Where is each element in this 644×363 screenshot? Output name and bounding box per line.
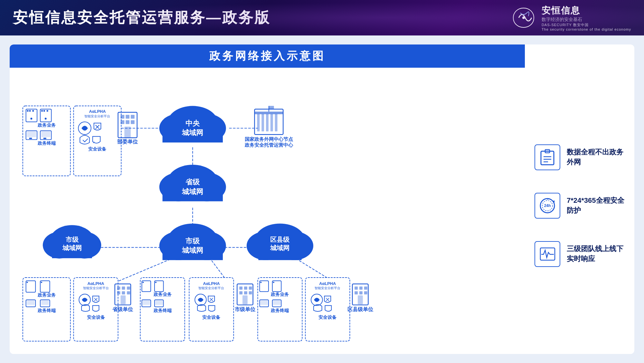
shi-building: 市级单位: [235, 284, 256, 312]
svg-text:城域网: 城域网: [182, 246, 203, 254]
svg-rect-51: [29, 138, 32, 139]
svg-point-0: [522, 16, 525, 19]
sidebar-item-team: 三级团队线上线下实时响应: [535, 241, 625, 267]
svg-text:安全设备: 安全设备: [87, 315, 105, 320]
svg-rect-135: [249, 287, 252, 290]
svg-text:城域网: 城域网: [182, 188, 203, 196]
svg-rect-165: [364, 291, 367, 294]
svg-rect-110: [122, 291, 125, 294]
svg-rect-65: [120, 115, 124, 119]
svg-text:城域网: 城域网: [182, 129, 203, 137]
svg-rect-94: [27, 300, 35, 305]
national-center-building: 国家政务外网中心节点 政务安全托管运营中心: [244, 106, 293, 148]
province-cloud: 省级 城域网: [159, 165, 226, 201]
svg-point-42: [30, 118, 32, 120]
svg-text:智能安全分析平台: 智能安全分析平台: [83, 286, 109, 290]
svg-text:智能安全分析平台: 智能安全分析平台: [315, 286, 340, 290]
svg-rect-148: [260, 300, 268, 305]
county-cloud: 区县级 城域网: [247, 223, 313, 260]
city-main-cloud: 市级 城域网: [159, 223, 226, 260]
clock-icon-box: 24h: [535, 193, 560, 219]
header: 安恒信息安全托管运营服务—政务版 安恒信息 数字经济的安全基石 DAS-SECU…: [0, 0, 644, 35]
svg-rect-166: [358, 295, 363, 304]
svg-rect-50: [27, 131, 36, 137]
svg-text:政务安全托管运营中心: 政务安全托管运营中心: [244, 142, 293, 148]
right-sidebar: 数据全程不出政务外网 24h 7*24*365全程安全防护: [525, 44, 634, 354]
svg-text:智能安全分析平台: 智能安全分析平台: [198, 286, 224, 290]
sidebar-text-team: 三级团队线上线下实时响应: [567, 244, 625, 264]
clipboard-icon-box: [535, 144, 560, 170]
sidebar-item-data-security: 数据全程不出政务外网: [535, 144, 625, 170]
svg-rect-41: [32, 110, 34, 112]
svg-text:政务业务: 政务业务: [37, 292, 56, 298]
svg-rect-145: [273, 282, 274, 283]
svg-text:安全设备: 安全设备: [202, 315, 221, 320]
svg-rect-46: [47, 110, 48, 112]
svg-rect-71: [124, 127, 131, 138]
svg-rect-163: [355, 291, 358, 294]
logo-name: 安恒信息: [542, 5, 631, 17]
qu-building: 区县级单位: [347, 284, 374, 312]
svg-rect-69: [126, 120, 129, 124]
svg-text:政务业务: 政务业务: [270, 292, 289, 297]
city-left-cloud: 市级 城域网: [43, 225, 101, 259]
svg-text:24h: 24h: [544, 203, 551, 208]
svg-rect-109: [117, 291, 120, 294]
network-diagram-svg: 中央 城域网 省级 城域网 市级: [16, 74, 518, 348]
diagram-area: 中央 城域网 省级 城域网 市级: [10, 68, 525, 354]
svg-rect-78: [275, 114, 278, 131]
svg-text:政务终端: 政务终端: [37, 308, 56, 313]
diagram-title: 政务网络接入示意图: [209, 49, 325, 64]
svg-rect-116: [142, 282, 144, 283]
svg-text:区县级单位: 区县级单位: [347, 307, 374, 312]
svg-rect-66: [126, 115, 129, 119]
svg-rect-107: [122, 287, 125, 290]
svg-text:省级单位: 省级单位: [112, 307, 133, 312]
svg-text:国家政务外网中心节点: 国家政务外网中心节点: [245, 136, 293, 142]
svg-rect-45: [43, 110, 45, 112]
svg-rect-81: [269, 106, 274, 109]
svg-rect-67: [131, 115, 135, 119]
svg-rect-161: [359, 287, 363, 290]
svg-text:政务终端: 政务终端: [37, 141, 56, 146]
logo-sub2: The security cornerstone of the digital …: [542, 27, 631, 31]
svg-rect-150: [273, 300, 281, 305]
logo-text: 安恒信息 数字经济的安全基石 DAS-SECURITY 数安中国 The sec…: [542, 5, 631, 31]
svg-text:AαLPHA: AαLPHA: [89, 109, 106, 114]
svg-rect-138: [249, 291, 252, 294]
svg-rect-123: [155, 300, 163, 305]
svg-rect-96: [41, 300, 49, 305]
svg-rect-143: [260, 282, 261, 283]
svg-text:市级单位: 市级单位: [235, 306, 256, 312]
svg-rect-121: [142, 300, 150, 305]
svg-rect-44: [41, 110, 43, 112]
svg-rect-112: [120, 295, 126, 304]
svg-rect-79: [255, 112, 283, 114]
page-title: 安恒信息安全托管运营服务—政务版: [13, 8, 511, 28]
svg-text:城域网: 城域网: [62, 244, 82, 251]
svg-rect-139: [242, 295, 248, 304]
svg-text:安全设备: 安全设备: [318, 315, 337, 320]
svg-rect-118: [155, 282, 156, 283]
svg-text:部委单位: 部委单位: [117, 139, 138, 144]
pulse-icon-box: [535, 241, 560, 267]
logo-tagline: 数字经济的安全基石: [542, 17, 631, 23]
svg-text:中央: 中央: [185, 119, 200, 127]
svg-rect-111: [127, 291, 130, 294]
svg-rect-91: [41, 282, 42, 283]
svg-rect-134: [244, 287, 247, 290]
svg-text:AαLPHA: AαLPHA: [319, 281, 336, 286]
logo-sub1: DAS-SECURITY 数安中国: [542, 23, 631, 27]
svg-rect-53: [41, 131, 51, 137]
svg-rect-137: [244, 291, 247, 294]
svg-rect-40: [29, 110, 31, 112]
sidebar-item-24h: 24h 7*24*365全程安全防护: [535, 193, 625, 219]
svg-rect-164: [359, 291, 363, 294]
svg-rect-77: [270, 114, 273, 131]
svg-text:AαLPHA: AαLPHA: [88, 281, 104, 286]
svg-text:政务业务: 政务业务: [153, 292, 172, 297]
svg-text:省级: 省级: [185, 178, 200, 186]
svg-point-47: [45, 118, 47, 120]
svg-rect-70: [131, 120, 135, 124]
svg-rect-160: [355, 287, 358, 290]
